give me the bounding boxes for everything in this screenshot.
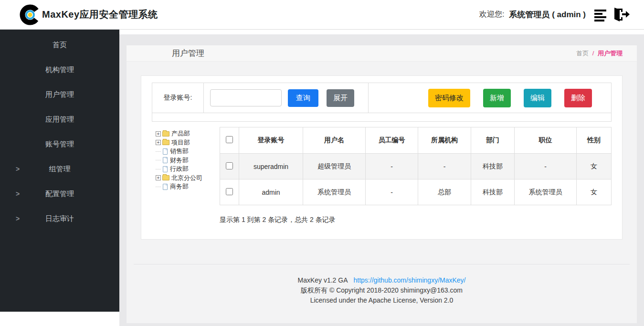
sidebar-item-home[interactable]: 首页 (0, 32, 119, 57)
sidebar-item-label: 机构管理 (45, 65, 74, 74)
tree-connector (156, 169, 161, 169)
sidebar-item-label: 组管理 (49, 165, 71, 174)
tree-node-label[interactable]: 项目部 (171, 138, 190, 147)
main-area: 用户管理 首页 / 用户管理 登录账号: 查询 展开 密码修改 (119, 30, 644, 326)
tree-connector (156, 187, 161, 187)
tree-node-label[interactable]: 北京分公司 (171, 174, 202, 182)
app-title: MaxKey应用安全管理系统 (42, 8, 158, 21)
content-row: + 产品部 + 项目部 销售部 (152, 127, 612, 224)
chevron-right-icon: > (16, 215, 20, 222)
tree-node-label[interactable]: 行政部 (170, 165, 189, 173)
expand-button[interactable]: 展开 (327, 89, 354, 107)
tree-node-folder[interactable]: + 产品部 (156, 129, 220, 138)
column-header: 所属机构 (418, 127, 471, 154)
breadcrumb-current: 用户管理 (598, 50, 623, 57)
file-icon (163, 157, 168, 163)
breadcrumb-home[interactable]: 首页 (576, 50, 589, 57)
footer-version: MaxKey v1.2 GA (297, 276, 348, 284)
page-title-bar: 用户管理 首页 / 用户管理 (127, 45, 637, 62)
login-account-input[interactable] (210, 89, 282, 106)
sidebar-item-org-management[interactable]: 机构管理 (0, 57, 119, 82)
query-button[interactable]: 查询 (288, 89, 318, 107)
column-header: 部门 (471, 127, 515, 154)
sidebar-item-log-audit[interactable]: > 日志审计 (0, 206, 119, 231)
folder-icon (162, 140, 169, 145)
cell-login-account: superadmin (239, 154, 303, 179)
cell-username: 系统管理员 (303, 179, 366, 205)
tree-node-label[interactable]: 财务部 (170, 156, 189, 165)
menu-list-icon[interactable] (594, 8, 610, 21)
tree-expand-icon[interactable]: + (156, 131, 161, 137)
search-input-cell: 查询 展开 (204, 83, 369, 113)
header-right: 欢迎您: 系统管理员 ( admin ) (479, 7, 631, 23)
footer-version-line: MaxKey v1.2 GAhttps://github.com/shiming… (127, 275, 637, 285)
column-header: 性别 (577, 127, 612, 154)
sidebar-item-label: 账号管理 (45, 140, 74, 149)
column-header: 登录账号 (239, 127, 303, 154)
chevron-right-icon: > (16, 165, 20, 173)
tree-node-leaf[interactable]: 商务部 (156, 182, 220, 191)
table-row[interactable]: admin 系统管理员 - 总部 科技部 系统管理员 女 (220, 179, 612, 205)
cell-gender: 女 (577, 154, 612, 179)
cell-username: 超级管理员 (303, 154, 366, 179)
chevron-right-icon: > (16, 190, 20, 198)
user-table: 登录账号 用户名 员工编号 所属机构 部门 职位 性别 (220, 127, 612, 205)
cell-organization: - (418, 154, 471, 179)
content-panel: 用户管理 首页 / 用户管理 登录账号: 查询 展开 密码修改 (127, 45, 637, 323)
password-change-button[interactable]: 密码修改 (428, 89, 470, 107)
current-user: 系统管理员 ( admin ) (509, 9, 586, 20)
tree-node-label[interactable]: 销售部 (170, 147, 189, 156)
sidebar: 首页 机构管理 用户管理 应用管理 账号管理 > 组管理 > 配置管理 > 日志… (0, 30, 119, 312)
cell-employee-no: - (366, 154, 418, 179)
tree-node-leaf[interactable]: 销售部 (156, 147, 220, 156)
column-header: 职位 (515, 127, 577, 154)
sidebar-item-label: 配置管理 (45, 189, 74, 199)
app-header: MaxKey应用安全管理系统 欢迎您: 系统管理员 ( admin ) (0, 0, 644, 30)
row-checkbox[interactable] (226, 162, 233, 169)
action-buttons: 密码修改 新增 编辑 删除 (369, 83, 611, 113)
row-select-cell (220, 154, 239, 179)
tree-node-folder[interactable]: + 项目部 (156, 138, 220, 147)
tree-node-label[interactable]: 产品部 (171, 129, 190, 138)
tree-node-label[interactable]: 商务部 (170, 182, 189, 191)
breadcrumb-separator: / (592, 50, 594, 57)
tree-node-leaf[interactable]: 行政部 (156, 165, 220, 174)
user-table-wrap: 登录账号 用户名 员工编号 所属机构 部门 职位 性别 (220, 127, 612, 224)
sidebar-item-label: 应用管理 (45, 115, 74, 124)
file-icon (163, 148, 168, 155)
cell-position: 系统管理员 (515, 179, 577, 205)
table-row[interactable]: superadmin 超级管理员 - - 科技部 - 女 (220, 154, 612, 179)
sidebar-item-app-management[interactable]: 应用管理 (0, 107, 119, 132)
file-icon (163, 184, 168, 190)
tree-node-leaf[interactable]: 财务部 (156, 156, 220, 165)
main-background: 用户管理 首页 / 用户管理 登录账号: 查询 展开 密码修改 (119, 34, 644, 326)
select-all-checkbox[interactable] (226, 136, 233, 143)
page-footer: MaxKey v1.2 GAhttps://github.com/shiming… (127, 264, 637, 305)
row-checkbox[interactable] (226, 188, 233, 195)
row-select-cell (220, 179, 239, 205)
footer-link[interactable]: https://github.com/shimingxy/MaxKey/ (354, 276, 466, 284)
sidebar-item-account-management[interactable]: 账号管理 (0, 132, 119, 157)
app-logo-icon (19, 4, 41, 26)
sidebar-item-config-management[interactable]: > 配置管理 (0, 181, 119, 206)
add-button[interactable]: 新增 (483, 89, 511, 107)
edit-button[interactable]: 编辑 (524, 89, 551, 107)
tree-connector (156, 151, 161, 152)
toolbar-strip (152, 113, 612, 122)
column-header: 员工编号 (366, 127, 418, 154)
cell-department: 科技部 (471, 154, 515, 179)
delete-button[interactable]: 删除 (564, 89, 592, 107)
logout-icon[interactable] (612, 7, 631, 23)
tree-node-folder[interactable]: + 北京分公司 (156, 174, 220, 183)
search-bar: 登录账号: 查询 展开 密码修改 新增 编辑 删除 (152, 83, 612, 113)
welcome-label: 欢迎您: (479, 10, 504, 20)
brand: MaxKey应用安全管理系统 (17, 4, 158, 26)
tree-expand-icon[interactable]: + (156, 140, 161, 145)
sidebar-item-group-management[interactable]: > 组管理 (0, 157, 119, 181)
tree-expand-icon[interactable]: + (156, 175, 161, 180)
org-tree: + 产品部 + 项目部 销售部 (152, 127, 220, 224)
sidebar-item-user-management[interactable]: 用户管理 (0, 82, 119, 107)
cell-employee-no: - (366, 179, 418, 205)
footer-copyright: 版权所有 © Copyright 2018-2020 shimingxy@163… (127, 285, 637, 295)
cell-gender: 女 (577, 179, 612, 205)
